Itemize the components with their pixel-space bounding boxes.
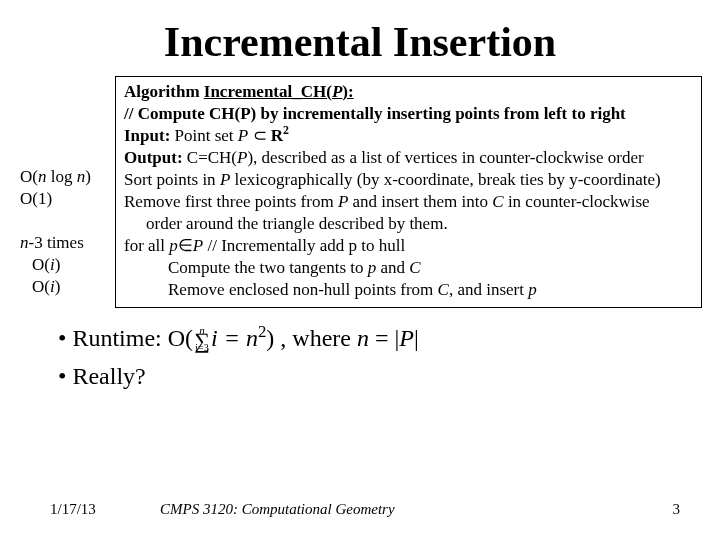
complexity-init: O(1) — [20, 188, 115, 210]
algo-sort: Sort points in P lexicographically (by x… — [124, 169, 693, 191]
algo-for: for all p∈P // Incrementally add p to hu… — [124, 235, 693, 257]
footer-course: CMPS 3120: Computational Geometry — [160, 501, 640, 518]
algo-header: Algorithm Incremental_CH(P): — [124, 81, 693, 103]
summation: n∑i=3 — [193, 324, 211, 356]
complexity-loop: n-3 times — [20, 232, 115, 254]
algo-output: Output: C=CH(P), described as a list of … — [124, 147, 693, 169]
footer-page: 3 — [640, 501, 680, 518]
slide: Incremental Insertion O(n log n) O(1) n-… — [0, 0, 720, 540]
footer: 1/17/13 CMPS 3120: Computational Geometr… — [0, 501, 720, 518]
complexity-sort: O(n log n) — [20, 166, 115, 188]
bullet-runtime: • Runtime: O(n∑i=3i = n2) , where n = |P… — [58, 322, 720, 356]
algo-remove-cont: order around the triangle described by t… — [124, 213, 693, 235]
content-row: O(n log n) O(1) n-3 times O(i) O(i) Algo… — [0, 76, 720, 308]
algorithm-box: Algorithm Incremental_CH(P): // Compute … — [115, 76, 702, 308]
footer-date: 1/17/13 — [50, 501, 160, 518]
complexity-remove: O(i) — [20, 276, 115, 298]
algo-remove: Remove first three points from P and ins… — [124, 191, 693, 213]
complexity-tangent: O(i) — [20, 254, 115, 276]
algo-input: Input: Point set P ⊂ R2 — [124, 125, 693, 147]
algo-enclosed: Remove enclosed non-hull points from C, … — [124, 279, 693, 301]
algo-tangents: Compute the two tangents to p and C — [124, 257, 693, 279]
bullets: • Runtime: O(n∑i=3i = n2) , where n = |P… — [0, 308, 720, 392]
bullet-really: • Really? — [58, 360, 720, 392]
page-title: Incremental Insertion — [0, 0, 720, 76]
algo-comment: // Compute CH(P) by incrementally insert… — [124, 103, 693, 125]
complexity-annotations: O(n log n) O(1) n-3 times O(i) O(i) — [20, 76, 115, 298]
